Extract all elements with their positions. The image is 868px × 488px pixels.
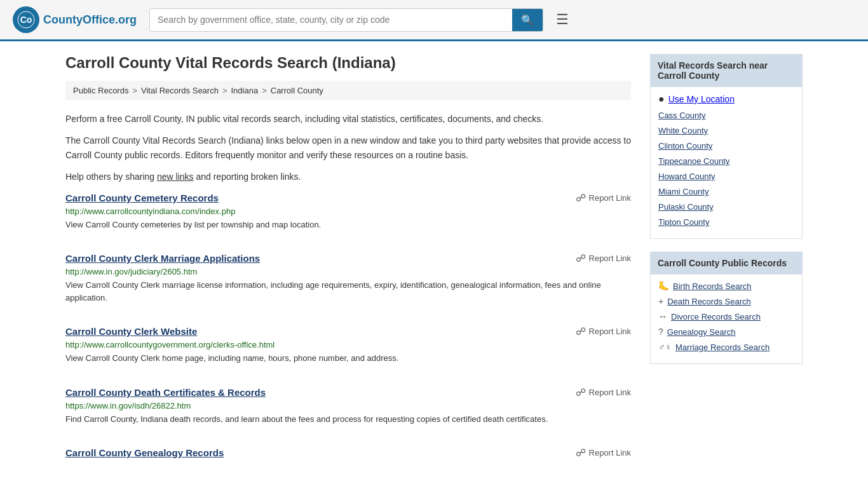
report-icon: ☍ [576, 325, 586, 337]
nearby-county-item: Tipton County [658, 217, 794, 227]
nearby-county-item: Clinton County [658, 140, 794, 151]
record-url: http://www.in.gov/judiciary/2605.htm [65, 267, 631, 276]
breadcrumb-vital-records[interactable]: Vital Records Search [141, 86, 219, 95]
logo-text: CountyOffice.org [43, 13, 137, 27]
breadcrumb-sep-1: > [132, 86, 137, 95]
search-bar: 🔍 [149, 8, 543, 32]
record-item: Carroll County Clerk Marriage Applicatio… [65, 252, 631, 310]
location-icon: ● [658, 93, 665, 105]
record-title-link[interactable]: Carroll County Genealogy Records [65, 447, 224, 458]
report-link[interactable]: ☍ Report Link [576, 192, 631, 204]
nearby-county-link[interactable]: Pulaski County [658, 202, 714, 212]
record-item: Carroll County Genealogy Records ☍ Repor… [65, 447, 631, 468]
public-record-item: 🦶 Birth Records Search [658, 281, 794, 291]
public-record-item: + Death Records Search [658, 296, 794, 306]
public-records-body: 🦶 Birth Records Search + Death Records S… [650, 274, 803, 364]
public-record-link[interactable]: Birth Records Search [673, 281, 752, 291]
use-location-row: ● Use My Location [658, 93, 794, 105]
report-link-label: Report Link [589, 327, 631, 336]
nearby-county-link[interactable]: Clinton County [658, 141, 712, 151]
record-title-link[interactable]: Carroll County Death Certificates & Reco… [65, 387, 266, 398]
record-title-row: Carroll County Cemetery Records ☍ Report… [65, 192, 631, 204]
nearby-county-link[interactable]: Miami County [658, 187, 709, 196]
pr-icon: ♂♀ [658, 342, 672, 352]
vital-records-nearby-section: Vital Records Search near Carroll County… [650, 54, 803, 239]
record-item: Carroll County Death Certificates & Reco… [65, 386, 631, 432]
public-record-link[interactable]: Genealogy Search [667, 327, 736, 337]
use-location-link[interactable]: Use My Location [668, 94, 735, 104]
public-records-header: Carroll County Public Records [650, 252, 803, 274]
report-link[interactable]: ☍ Report Link [576, 252, 631, 264]
svg-text:Co: Co [20, 15, 32, 25]
breadcrumb-sep-2: > [222, 86, 227, 95]
report-icon: ☍ [576, 192, 586, 204]
public-record-item: ↔ Divorce Records Search [658, 311, 794, 322]
hamburger-icon: ☰ [556, 11, 569, 27]
nearby-county-link[interactable]: Tipton County [658, 217, 709, 227]
report-link[interactable]: ☍ Report Link [576, 386, 631, 398]
report-link[interactable]: ☍ Report Link [576, 447, 631, 459]
public-records-list: 🦶 Birth Records Search + Death Records S… [658, 281, 794, 352]
record-item: Carroll County Cemetery Records ☍ Report… [65, 192, 631, 238]
record-title-link[interactable]: Carroll County Cemetery Records [65, 193, 219, 203]
logo-link[interactable]: Co CountyOffice.org [13, 6, 137, 33]
nearby-county-item: Miami County [658, 186, 794, 196]
report-link[interactable]: ☍ Report Link [576, 325, 631, 337]
search-input[interactable] [150, 9, 512, 31]
report-link-label: Report Link [589, 193, 631, 203]
records-list: Carroll County Cemetery Records ☍ Report… [65, 192, 631, 468]
record-desc: View Carroll County Clerk home page, inc… [65, 352, 631, 365]
vital-records-nearby-body: ● Use My Location Cass CountyWhite Count… [650, 87, 803, 239]
record-desc: Find Carroll County, Indiana death recor… [65, 413, 631, 426]
public-record-link[interactable]: Divorce Records Search [671, 312, 761, 322]
breadcrumb-current: Carroll County [271, 86, 323, 95]
page-container: Carroll County Vital Records Search (Ind… [53, 41, 815, 488]
search-icon: 🔍 [521, 15, 534, 25]
report-icon: ☍ [576, 447, 586, 459]
public-records-section: Carroll County Public Records 🦶 Birth Re… [650, 252, 803, 364]
public-record-item: ? Genealogy Search [658, 327, 794, 337]
nearby-county-item: Howard County [658, 171, 794, 181]
nearby-county-item: White County [658, 125, 794, 135]
breadcrumb-indiana[interactable]: Indiana [231, 86, 259, 95]
pr-icon: + [658, 296, 663, 306]
record-url: http://www.carrollcountygovernment.org/c… [65, 340, 631, 349]
page-title: Carroll County Vital Records Search (Ind… [65, 54, 631, 72]
record-url: http://www.carrollcountyindiana.com/inde… [65, 207, 631, 216]
nearby-county-item: Pulaski County [658, 201, 794, 212]
record-title-row: Carroll County Genealogy Records ☍ Repor… [65, 447, 631, 459]
public-record-link[interactable]: Marriage Records Search [675, 342, 770, 352]
report-icon: ☍ [576, 386, 586, 398]
record-url: https://www.in.gov/isdh/26822.htm [65, 401, 631, 410]
nearby-county-link[interactable]: White County [658, 126, 708, 135]
description-3: Help others by sharing new links and rep… [65, 170, 631, 184]
report-link-label: Report Link [589, 448, 631, 458]
pr-icon: ↔ [658, 311, 667, 322]
breadcrumb-sep-3: > [262, 86, 267, 95]
record-title-row: Carroll County Death Certificates & Reco… [65, 386, 631, 398]
description-1: Perform a free Carroll County, IN public… [65, 112, 631, 126]
nearby-county-link[interactable]: Cass County [658, 111, 705, 120]
new-links-link[interactable]: new links [157, 172, 194, 182]
record-title-link[interactable]: Carroll County Clerk Marriage Applicatio… [65, 253, 260, 264]
record-item: Carroll County Clerk Website ☍ Report Li… [65, 325, 631, 371]
public-record-item: ♂♀ Marriage Records Search [658, 342, 794, 352]
nearby-county-link[interactable]: Tippecanoe County [658, 156, 729, 166]
breadcrumb-public-records[interactable]: Public Records [73, 86, 128, 95]
logo-icon: Co [13, 6, 39, 33]
menu-button[interactable]: ☰ [556, 13, 569, 27]
public-record-link[interactable]: Death Records Search [667, 297, 751, 306]
description-2: The Carroll County Vital Records Search … [65, 133, 631, 162]
record-desc: View Carroll County Clerk marriage licen… [65, 279, 631, 304]
search-button[interactable]: 🔍 [512, 9, 543, 31]
record-desc: View Carroll County cemeteries by list p… [65, 219, 631, 231]
nearby-county-link[interactable]: Howard County [658, 172, 715, 181]
nearby-counties-list: Cass CountyWhite CountyClinton CountyTip… [658, 110, 794, 227]
nearby-county-item: Tippecanoe County [658, 156, 794, 166]
vital-records-nearby-header: Vital Records Search near Carroll County [650, 54, 803, 87]
sidebar: Vital Records Search near Carroll County… [650, 54, 803, 483]
breadcrumb: Public Records > Vital Records Search > … [65, 81, 631, 100]
report-link-label: Report Link [589, 254, 631, 263]
record-title-link[interactable]: Carroll County Clerk Website [65, 326, 197, 337]
page-header: Co CountyOffice.org 🔍 ☰ [0, 0, 868, 41]
